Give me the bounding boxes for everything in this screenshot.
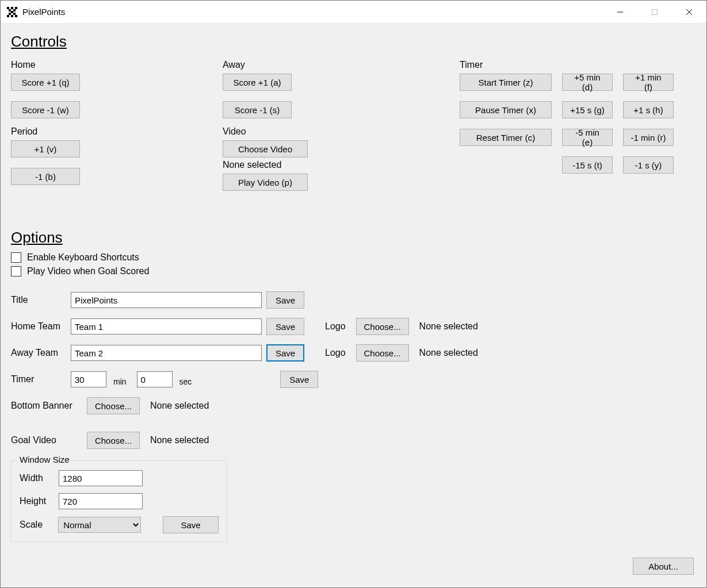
away-team-label: Away Team — [11, 348, 66, 358]
svg-rect-7 — [9, 13, 11, 15]
timer-sec-input[interactable] — [137, 371, 173, 387]
checkbox-icon — [11, 266, 21, 276]
options-area: Enable Keyboard Shortcuts Play Video whe… — [11, 252, 696, 276]
svg-rect-13 — [652, 9, 658, 14]
save-home-team-button[interactable]: Save — [266, 318, 304, 335]
svg-rect-8 — [13, 13, 16, 15]
checkbox-icon — [11, 252, 21, 263]
svg-rect-11 — [15, 15, 17, 17]
play-on-goal-label: Play Video when Goal Scored — [27, 266, 149, 276]
choose-video-button[interactable]: Choose Video — [223, 140, 308, 157]
plus5min-button[interactable]: +5 min (d) — [562, 74, 613, 91]
pause-timer-button[interactable]: Pause Timer (x) — [460, 101, 552, 118]
away-label: Away — [223, 60, 418, 70]
svg-rect-5 — [13, 9, 16, 11]
svg-rect-1 — [7, 7, 9, 9]
play-on-goal-checkbox[interactable]: Play Video when Goal Scored — [11, 266, 696, 276]
save-away-team-button[interactable]: Save — [266, 344, 304, 362]
timer-min-input[interactable] — [71, 371, 106, 387]
svg-rect-2 — [11, 7, 13, 9]
home-team-input[interactable] — [71, 318, 262, 335]
plus15s-button[interactable]: +15 s (g) — [562, 101, 613, 118]
height-label: Height — [20, 496, 54, 506]
home-score-plus-button[interactable]: Score +1 (q) — [11, 74, 80, 91]
away-score-plus-button[interactable]: Score +1 (a) — [223, 74, 292, 91]
home-logo-label: Logo — [325, 321, 346, 332]
save-window-size-button[interactable]: Save — [163, 516, 219, 533]
close-button[interactable] — [672, 1, 706, 24]
title-label: Title — [11, 295, 66, 305]
about-button[interactable]: About... — [633, 558, 694, 575]
window-size-title: Window Size — [17, 455, 72, 464]
home-label: Home — [11, 60, 207, 70]
client-area: Controls Home Score +1 (q) Score -1 (w) … — [1, 24, 706, 587]
settings-form: Title Save Home Team Save Logo Choose...… — [11, 291, 696, 542]
home-column: Home Score +1 (q) Score -1 (w) Period +1… — [11, 56, 207, 185]
min-label: min — [113, 377, 127, 386]
enable-shortcuts-label: Enable Keyboard Shortcuts — [27, 252, 139, 263]
options-heading: Options — [11, 229, 696, 247]
height-input[interactable] — [59, 493, 143, 509]
goal-video-label: Goal Video — [11, 435, 82, 445]
home-logo-status: None selected — [419, 321, 478, 332]
bottom-banner-label: Bottom Banner — [11, 401, 82, 411]
width-label: Width — [20, 473, 54, 483]
minimize-button[interactable] — [603, 1, 637, 24]
away-column: Away Score +1 (a) Score -1 (s) Video Cho… — [223, 56, 418, 191]
maximize-button — [637, 1, 672, 24]
scale-select[interactable]: Normal — [58, 517, 141, 533]
choose-home-logo-button[interactable]: Choose... — [356, 318, 409, 335]
period-plus-button[interactable]: +1 (v) — [11, 140, 80, 157]
away-score-minus-button[interactable]: Score -1 (s) — [223, 101, 292, 118]
width-input[interactable] — [59, 470, 143, 486]
minus5min-button[interactable]: -5 min (e) — [562, 129, 613, 146]
controls-heading: Controls — [11, 33, 696, 51]
start-timer-button[interactable]: Start Timer (z) — [460, 74, 552, 91]
save-timer-button[interactable]: Save — [280, 371, 318, 388]
svg-rect-6 — [11, 11, 13, 13]
minus1min-button[interactable]: -1 min (r) — [623, 129, 674, 146]
titlebar: PixelPoints — [1, 1, 706, 24]
timer-label: Timer — [460, 60, 701, 70]
save-title-button[interactable]: Save — [266, 291, 304, 309]
timer-field-label: Timer — [11, 374, 66, 385]
goal-video-status: None selected — [150, 435, 209, 445]
away-team-input[interactable] — [71, 345, 262, 361]
choose-goal-video-button[interactable]: Choose... — [87, 432, 140, 449]
app-window: PixelPoints Controls Home Score +1 (q) S… — [0, 0, 707, 588]
bottom-banner-status: None selected — [150, 401, 209, 411]
plus1s-button[interactable]: +1 s (h) — [623, 101, 674, 118]
home-score-minus-button[interactable]: Score -1 (w) — [11, 101, 80, 118]
away-logo-label: Logo — [325, 348, 346, 358]
minus1s-button[interactable]: -1 s (y) — [623, 156, 674, 174]
video-label: Video — [223, 126, 418, 137]
away-logo-status: None selected — [419, 348, 478, 358]
svg-rect-3 — [15, 7, 17, 9]
reset-timer-button[interactable]: Reset Timer (c) — [460, 129, 552, 146]
svg-rect-10 — [11, 15, 13, 17]
choose-bottom-banner-button[interactable]: Choose... — [87, 397, 140, 414]
video-status: None selected — [223, 160, 418, 170]
period-label: Period — [11, 126, 207, 137]
scale-label: Scale — [20, 520, 53, 530]
timer-column: Timer Start Timer (z) +5 min (d) +1 min … — [460, 56, 701, 184]
plus1min-button[interactable]: +1 min (f) — [623, 74, 674, 91]
title-input[interactable] — [71, 292, 262, 308]
svg-rect-4 — [9, 9, 11, 11]
enable-shortcuts-checkbox[interactable]: Enable Keyboard Shortcuts — [11, 252, 696, 263]
window-size-group: Window Size Width Height Scale Normal Sa… — [11, 460, 227, 542]
sec-label: sec — [179, 377, 192, 386]
svg-rect-9 — [7, 15, 9, 17]
window-title: PixelPoints — [22, 7, 65, 17]
choose-away-logo-button[interactable]: Choose... — [356, 344, 409, 362]
period-minus-button[interactable]: -1 (b) — [11, 168, 80, 185]
minus15s-button[interactable]: -15 s (t) — [562, 156, 613, 174]
app-icon — [6, 6, 18, 18]
controls-grid: Home Score +1 (q) Score -1 (w) Period +1… — [11, 56, 696, 229]
home-team-label: Home Team — [11, 321, 66, 332]
play-video-button[interactable]: Play Video (p) — [223, 174, 308, 191]
